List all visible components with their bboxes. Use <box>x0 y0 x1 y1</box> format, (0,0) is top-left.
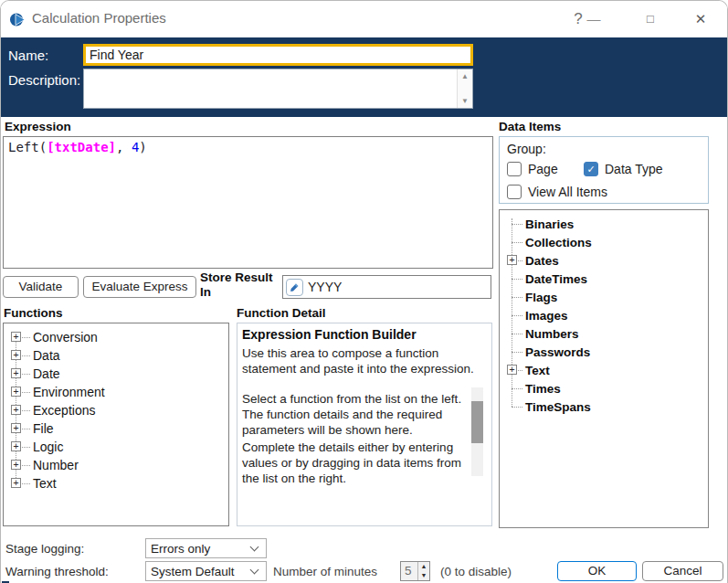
data-items-tree[interactable]: Binaries Collections Dates DateTimes Fla… <box>499 209 709 528</box>
page-checkbox-row[interactable]: Page <box>507 162 558 176</box>
view-all-items-checkbox[interactable] <box>507 185 522 199</box>
pencil-icon <box>289 281 301 293</box>
store-result-in-label: Store Result In <box>200 270 279 300</box>
calculation-properties-dialog: Calculation Properties ? — □ ✕ Name: Des… <box>0 0 728 583</box>
page-checkbox[interactable] <box>507 162 522 176</box>
functions-section-label: Functions <box>4 306 63 320</box>
warning-threshold-dropdown[interactable]: System Default <box>145 561 267 581</box>
data-items-group-box: Group: Page Data Type View All Items <box>499 136 709 204</box>
disable-hint-label: (0 to disable) <box>440 565 512 578</box>
tree-item-numbers[interactable]: Numbers <box>500 324 708 343</box>
minutes-stepper[interactable]: 5 ▲▼ <box>400 561 430 581</box>
expand-icon[interactable] <box>507 255 517 265</box>
function-detail-panel: Expression Function Builder Use this are… <box>237 323 492 526</box>
close-icon[interactable]: ✕ <box>689 8 712 30</box>
expand-icon[interactable] <box>507 365 517 375</box>
tree-item-timespans[interactable]: TimeSpans <box>500 398 708 416</box>
stepper-arrows[interactable]: ▲▼ <box>417 562 429 580</box>
tree-item-date[interactable]: Date <box>4 365 228 383</box>
store-result-field[interactable]: YYYY <box>282 275 491 299</box>
function-detail-paragraph: Complete the details either by entering … <box>242 440 478 486</box>
data-items-section-label: Data Items <box>499 120 561 133</box>
expression-data-item-ref: [txtDate] <box>47 140 116 154</box>
function-detail-heading: Expression Function Builder <box>242 327 486 342</box>
tree-item-text[interactable]: Text <box>500 361 708 379</box>
expression-text: ) <box>139 140 146 154</box>
view-all-items-checkbox-row[interactable]: View All Items <box>507 185 607 199</box>
name-input[interactable] <box>83 44 473 66</box>
warning-threshold-label: Warning threshold: <box>5 565 109 578</box>
stage-logging-dropdown[interactable]: Errors only <box>145 538 267 558</box>
scroll-down-icon[interactable]: ▼ <box>458 97 472 105</box>
expression-text: , <box>116 140 132 154</box>
step-down-icon[interactable]: ▼ <box>418 571 429 580</box>
tree-item-exceptions[interactable]: Exceptions <box>4 401 228 419</box>
tree-item-times[interactable]: Times <box>500 379 708 398</box>
ok-button[interactable]: OK <box>557 561 637 581</box>
expression-text: Left( <box>8 140 47 154</box>
name-label: Name: <box>8 48 48 63</box>
chevron-down-icon <box>250 565 259 574</box>
title-bar: Calculation Properties ? — □ ✕ <box>1 1 727 37</box>
group-label: Group: <box>507 142 546 156</box>
minutes-value: 5 <box>401 562 417 580</box>
minimize-icon[interactable]: — <box>582 8 606 30</box>
number-of-minutes-label: Number of minutes <box>273 565 377 578</box>
tree-item-data[interactable]: Data <box>4 346 228 365</box>
function-detail-section-label: Function Detail <box>237 306 326 320</box>
expand-icon[interactable] <box>11 478 21 488</box>
tree-item-number[interactable]: Number <box>4 456 228 474</box>
tree-item-logic[interactable]: Logic <box>4 438 228 456</box>
expand-icon[interactable] <box>11 387 21 397</box>
store-result-value: YYYY <box>308 280 342 294</box>
tree-item-datetimes[interactable]: DateTimes <box>500 270 708 288</box>
scroll-up-icon[interactable]: ▲ <box>458 72 472 80</box>
tree-item-flags[interactable]: Flags <box>500 288 708 306</box>
expand-icon[interactable] <box>11 441 21 451</box>
tree-item-dates[interactable]: Dates <box>500 251 708 270</box>
maximize-icon[interactable]: □ <box>638 8 662 30</box>
tree-item-environment[interactable]: Environment <box>4 383 228 401</box>
description-textarea[interactable]: ▲ ▼ <box>83 69 473 109</box>
scrollbar-thumb[interactable] <box>471 401 483 443</box>
tree-item-text[interactable]: Text <box>4 474 228 493</box>
expand-icon[interactable] <box>11 460 21 470</box>
stage-logging-label: Stage logging: <box>5 542 84 556</box>
tree-item-file[interactable]: File <box>4 419 228 438</box>
window-title: Calculation Properties <box>32 10 166 26</box>
expression-editor[interactable]: Left([txtDate], 4) <box>3 136 493 269</box>
function-detail-paragraph: Select a function from the list on the l… <box>242 391 478 438</box>
function-detail-paragraph: Use this area to compose a function stat… <box>242 345 478 376</box>
description-scrollbar[interactable]: ▲ ▼ <box>457 69 472 108</box>
header-band: Name: Description: ▲ ▼ <box>1 37 728 117</box>
evaluate-expression-button[interactable]: Evaluate Express <box>83 276 196 298</box>
functions-tree[interactable]: Conversion Data Date Environment Excepti… <box>3 323 229 526</box>
step-up-icon[interactable]: ▲ <box>418 562 429 571</box>
validate-button[interactable]: Validate <box>3 276 79 298</box>
expression-section-label: Expression <box>5 120 71 133</box>
tree-item-conversion[interactable]: Conversion <box>4 328 228 346</box>
main-area: Expression Left([txtDate], 4) Validate E… <box>1 117 728 583</box>
data-item-chip <box>286 279 303 296</box>
tree-item-collections[interactable]: Collections <box>500 233 708 251</box>
tree-item-passwords[interactable]: Passwords <box>500 343 708 361</box>
expand-icon[interactable] <box>11 350 21 360</box>
tree-item-binaries[interactable]: Binaries <box>500 215 708 233</box>
tree-item-images[interactable]: Images <box>500 306 708 324</box>
cancel-button[interactable]: Cancel <box>642 561 723 581</box>
chevron-down-icon <box>250 542 259 551</box>
function-detail-scrollbar[interactable] <box>471 387 483 476</box>
expand-icon[interactable] <box>11 368 21 378</box>
expand-icon[interactable] <box>11 405 21 415</box>
data-type-checkbox-row[interactable]: Data Type <box>584 162 663 176</box>
description-label: Description: <box>8 72 80 88</box>
calculation-stage-icon <box>9 11 26 28</box>
expand-icon[interactable] <box>11 332 21 342</box>
expand-icon[interactable] <box>11 423 21 433</box>
data-type-checkbox[interactable] <box>584 162 598 176</box>
